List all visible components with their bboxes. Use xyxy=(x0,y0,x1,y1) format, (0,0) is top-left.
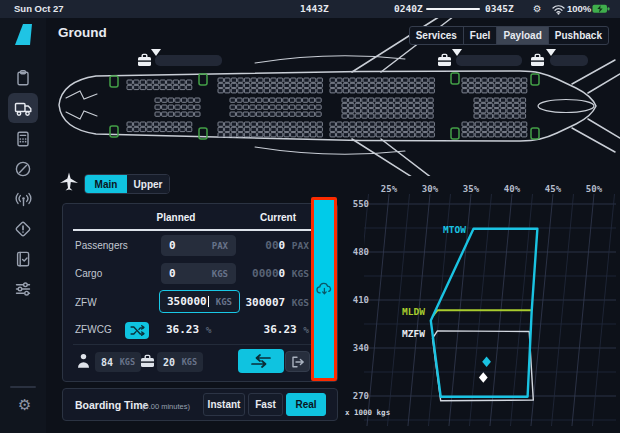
briefcase-icon xyxy=(140,354,155,368)
export-button[interactable] xyxy=(285,351,310,372)
payload-panel: Planned Current Passengers 0 PAX 000 PAX… xyxy=(62,203,338,382)
status-date: Sun Oct 27 xyxy=(14,3,64,14)
y-tick-label: 410 xyxy=(353,295,369,305)
ground-tab-bar: Services Fuel Payload Pushback xyxy=(409,26,609,45)
cargo-fill-bar xyxy=(155,55,222,66)
clipboard-icon xyxy=(14,69,32,87)
seat-blocks xyxy=(127,78,527,137)
cg-point-current-weight-cg xyxy=(482,357,491,367)
sidebar-item-ground-services[interactable] xyxy=(8,93,38,123)
boarding-time-label: Boarding Time xyxy=(75,399,148,411)
tab-fuel[interactable]: Fuel xyxy=(463,27,497,44)
row-label-cargo: Cargo xyxy=(75,263,102,284)
sidebar-item-navigation[interactable] xyxy=(8,154,38,184)
gear-icon[interactable]: ⚙ xyxy=(18,396,31,414)
load-progress-bar[interactable] xyxy=(314,200,334,378)
cargo-hold-selector[interactable] xyxy=(137,49,222,68)
row-label-passengers: Passengers xyxy=(75,235,128,256)
cargo-hold-selector[interactable] xyxy=(437,49,522,68)
tab-pushback[interactable]: Pushback xyxy=(548,27,608,44)
sidebar: ⚙ xyxy=(0,18,46,433)
truck-icon xyxy=(14,99,33,117)
antenna-icon xyxy=(14,190,33,208)
cloud-download-icon xyxy=(316,282,333,296)
boarding-real-button[interactable]: Real xyxy=(286,393,326,416)
passengers-current: 000 PAX xyxy=(189,235,309,256)
leg-start-time: 0240Z xyxy=(394,3,423,14)
airplane-icon xyxy=(59,172,79,192)
zfwcg-current: 36.23 % xyxy=(189,321,309,339)
sidebar-item-radio[interactable] xyxy=(8,184,38,214)
sidebar-item-checklist[interactable] xyxy=(8,244,38,274)
sidebar-item-settings-sliders[interactable] xyxy=(8,274,38,304)
shuffle-icon xyxy=(130,325,145,336)
x-tick-label: 30% xyxy=(422,184,439,194)
person-icon xyxy=(77,353,90,369)
bag-weight-unit: KGS xyxy=(182,357,197,367)
sidebar-item-failures[interactable] xyxy=(8,214,38,244)
x-tick-label: 25% xyxy=(381,184,398,194)
briefcase-icon xyxy=(137,53,152,67)
cargo-hold-selector[interactable] xyxy=(530,49,588,68)
gear-icon[interactable]: ⚙ xyxy=(533,3,542,14)
y-tick-label: 270 xyxy=(353,391,369,401)
checklist-icon xyxy=(14,250,32,268)
sidebar-item-performance[interactable] xyxy=(8,124,38,154)
y-tick-label: 550 xyxy=(353,199,369,209)
envelope-label-mldw: MLDW xyxy=(402,306,425,317)
briefcase-icon xyxy=(437,53,452,67)
y-tick-label: 340 xyxy=(353,343,369,353)
row-divider xyxy=(73,344,311,345)
calculator-icon xyxy=(14,130,32,148)
x-tick-label: 40% xyxy=(504,184,521,194)
sidebar-item-clipboard[interactable] xyxy=(8,63,38,93)
transfer-button[interactable] xyxy=(238,349,284,373)
header-underline xyxy=(73,229,311,231)
compass-icon xyxy=(14,160,32,178)
leg-progress-line xyxy=(426,8,480,10)
y-tick-label: 480 xyxy=(353,247,369,257)
export-icon xyxy=(291,356,305,368)
boarding-time-panel: Boarding Time (0.00 minutes) Instant Fas… xyxy=(62,388,338,421)
status-bar: Sun Oct 27 1443Z 0240Z 0345Z ⚙ 100% xyxy=(0,0,620,18)
efb-ground-page: Sun Oct 27 1443Z 0240Z 0345Z ⚙ 100% xyxy=(0,0,620,433)
bag-weight-input[interactable]: 20 KGS xyxy=(157,352,203,372)
cargo-fill-bar xyxy=(456,55,522,66)
x-tick-label: 50% xyxy=(586,184,603,194)
selection-highlight xyxy=(311,197,337,381)
briefcase-icon xyxy=(530,53,545,67)
battery-charging-icon xyxy=(592,4,610,14)
leg-end-time: 0345Z xyxy=(485,3,514,14)
cargo-fill-bar xyxy=(550,55,588,66)
swap-arrows-icon xyxy=(250,354,272,368)
tab-upper-deck[interactable]: Upper xyxy=(127,175,169,193)
boarding-instant-button[interactable]: Instant xyxy=(203,393,245,416)
passengers-planned-value: 0 xyxy=(169,239,176,252)
battery-percentage: 100% xyxy=(567,3,591,14)
tab-payload[interactable]: Payload xyxy=(496,27,547,44)
row-label-zfw: ZFW xyxy=(75,291,97,314)
envelope-mldw xyxy=(433,310,531,316)
deck-selector: Main Upper xyxy=(84,174,170,194)
cargo-planned-value: 0 xyxy=(169,267,176,280)
cg-envelope-chart: MTOWMLDWMZFW25%30%35%40%45%50%5504804103… xyxy=(340,178,620,433)
pax-weight-unit: KGS xyxy=(120,357,135,367)
boarding-fast-button[interactable]: Fast xyxy=(248,393,283,416)
column-header-planned: Planned xyxy=(136,212,216,223)
tab-services[interactable]: Services xyxy=(410,27,463,44)
envelope-label-mtow: MTOW xyxy=(443,224,466,235)
warning-diamond-icon xyxy=(14,220,32,238)
zfwcg-toggle-button[interactable] xyxy=(125,322,149,339)
app-logo xyxy=(12,23,36,48)
pax-weight-input[interactable]: 84 KGS xyxy=(95,352,141,372)
bag-weight-value: 20 xyxy=(163,357,175,368)
envelope-label-mzfw: MZFW xyxy=(402,328,425,339)
row-label-zfwcg: ZFWCG xyxy=(75,321,112,339)
sliders-icon xyxy=(14,280,32,298)
tab-main-deck[interactable]: Main xyxy=(85,175,127,193)
status-clock: 1443Z xyxy=(300,3,329,14)
boarding-time-duration: (0.00 minutes) xyxy=(142,402,190,411)
x-tick-label: 35% xyxy=(463,184,480,194)
cg-point-planned-zfw-cg xyxy=(479,372,488,382)
pax-weight-value: 84 xyxy=(101,357,113,368)
